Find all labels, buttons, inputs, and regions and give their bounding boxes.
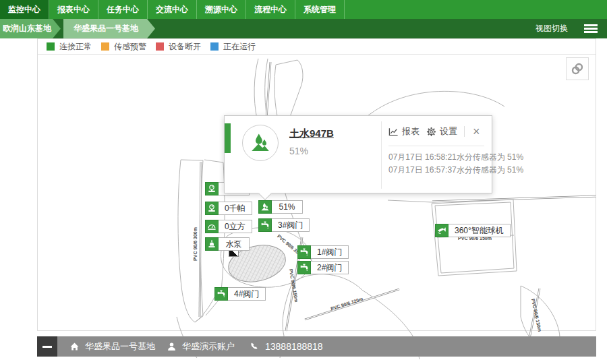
popup-marker-strip	[225, 123, 231, 153]
marker-label: 3#阀门	[272, 218, 310, 232]
breadcrumb-base[interactable]: 欧润山东基地	[0, 19, 61, 38]
menu-icon[interactable]	[584, 24, 598, 33]
sensor-value: 51%	[289, 146, 308, 156]
nav-tab-system[interactable]: 系统管理	[295, 0, 345, 19]
legend-offline-label: 设备断开	[169, 41, 201, 53]
popup-rule	[388, 146, 484, 146]
gauge-icon	[205, 202, 219, 215]
nav-tab-exchange[interactable]: 交流中心	[148, 0, 197, 19]
current-account: 华盛演示账户	[167, 336, 235, 357]
nav-tab-trace[interactable]: 溯源中心	[197, 0, 246, 19]
marker-label: 水泵	[219, 237, 250, 251]
valve-icon	[258, 218, 272, 232]
chart-icon	[388, 127, 399, 137]
marker-dome-camera[interactable]: 360°智能球机	[435, 224, 511, 237]
phone-icon	[250, 342, 260, 352]
home-icon	[69, 342, 80, 352]
marker-label: 51%	[272, 200, 303, 214]
marker-valve-4[interactable]: 4#阀门	[214, 287, 266, 301]
legend-warning: 传感预警	[101, 41, 146, 53]
nav-tab-monitor[interactable]: 监控中心	[0, 0, 49, 19]
legend-green-swatch	[47, 42, 55, 51]
legend-connected: 连接正常	[47, 41, 92, 53]
valve-icon	[297, 261, 311, 274]
marker-pressure[interactable]: 0千帕	[205, 202, 252, 215]
soil-moisture-avatar	[242, 125, 279, 161]
camera-icon	[435, 224, 449, 237]
legend-orange-swatch	[101, 42, 109, 51]
legend-warning-label: 传感预警	[114, 41, 146, 53]
view-switch-button[interactable]: 视图切换	[536, 19, 568, 38]
contact-phone: 13888188818	[250, 336, 323, 357]
nav-tab-flow[interactable]: 流程中心	[246, 0, 295, 19]
breadcrumb-sub-base[interactable]: 华盛果品一号基地	[63, 19, 155, 38]
settings-button[interactable]: 设置	[426, 125, 457, 138]
account-name: 华盛演示账户	[182, 340, 235, 353]
legend-connected-label: 连接正常	[59, 41, 92, 53]
collapse-button[interactable]	[37, 336, 57, 357]
close-icon[interactable]: ×	[473, 126, 480, 137]
user-icon	[167, 342, 177, 352]
marker-label: 0立方	[219, 220, 252, 233]
legend-running-label: 正在运行	[223, 41, 256, 53]
valve-icon	[214, 287, 228, 301]
marker-label: 2#阀门	[311, 261, 349, 274]
marker-pump[interactable]: 水泵	[205, 237, 250, 251]
pump-icon	[205, 237, 219, 251]
nav-tab-task[interactable]: 任务中心	[98, 0, 148, 19]
marker-moisture[interactable]: 51%	[258, 200, 303, 214]
actions-separator	[464, 126, 465, 137]
marker-label: 1#阀门	[311, 245, 349, 259]
marker-valve-3[interactable]: 3#阀门	[258, 218, 310, 232]
phone-number: 13888188818	[265, 341, 323, 352]
link-button[interactable]	[566, 57, 589, 80]
marker-label: 0千帕	[219, 202, 252, 215]
sensor-name[interactable]: 土水947B	[289, 127, 334, 140]
popup-divider	[381, 121, 382, 189]
status-bar: 华盛果品一号基地 华盛演示账户 13888188818	[37, 336, 596, 357]
legend-running: 正在运行	[210, 41, 256, 53]
legend-blue-swatch	[210, 42, 219, 51]
gear-icon	[426, 127, 436, 137]
moisture-icon	[258, 200, 272, 214]
report-button[interactable]: 报表	[388, 125, 420, 138]
sensor-popup: 土水947B 51% 报表 设置 × 07月17日 16:58:21水分传感器为…	[224, 115, 492, 193]
marker-flow[interactable]: 0立方	[205, 220, 252, 233]
valve-icon	[297, 245, 311, 259]
marker-label: 360°智能球机	[449, 224, 511, 237]
sensor-log-entry: 07月17日 16:57:37水分传感器为 51%	[388, 164, 523, 176]
app-window: 监控中心 报表中心 任务中心 交流中心 溯源中心 流程中心 系统管理 欧润山东基…	[0, 0, 607, 364]
current-base: 华盛果品一号基地	[69, 336, 155, 357]
base-name: 华盛果品一号基地	[85, 340, 155, 353]
link-icon	[570, 61, 585, 76]
gauge-icon	[205, 182, 219, 195]
legend-offline: 设备断开	[156, 41, 201, 53]
marker-valve-2[interactable]: 2#阀门	[297, 261, 349, 274]
settings-label: 设置	[440, 125, 457, 138]
report-label: 报表	[402, 125, 420, 138]
breadcrumb: 欧润山东基地 华盛果品一号基地 视图切换	[0, 19, 607, 38]
top-nav: 监控中心 报表中心 任务中心 交流中心 溯源中心 流程中心 系统管理	[0, 0, 607, 19]
marker-valve-1[interactable]: 1#阀门	[297, 245, 349, 259]
moisture-icon	[250, 132, 271, 154]
status-legend: 连接正常 传感预警 设备断开 正在运行	[38, 39, 596, 55]
flow-icon	[205, 220, 219, 233]
popup-actions: 报表 设置 ×	[388, 124, 488, 139]
legend-red-swatch	[156, 42, 164, 51]
nav-tab-report[interactable]: 报表中心	[49, 0, 98, 19]
marker-label: 4#阀门	[228, 287, 266, 301]
sensor-log-entry: 07月17日 16:58:21水分传感器为 51%	[388, 152, 523, 163]
